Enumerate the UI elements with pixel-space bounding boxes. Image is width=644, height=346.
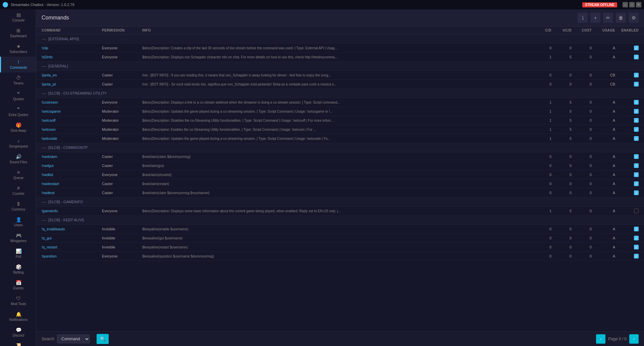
- search-label: Search: [42, 337, 54, 341]
- table-row[interactable]: !rwdgui Caster $rwdclaim(gui) 0 0 0 A ✓: [36, 161, 644, 170]
- command-enabled-checkbox[interactable]: ✓: [615, 100, 639, 105]
- table-row[interactable]: !setcogame Moderator $desc(Description: …: [36, 107, 644, 116]
- sidebar-item-betting[interactable]: 🎲 Betting: [0, 262, 36, 277]
- sidebar-item-queue[interactable]: ≡ Queue: [0, 167, 36, 183]
- command-usage: A: [592, 164, 615, 168]
- search-filter-select[interactable]: CommandResponsePermission: [57, 335, 90, 343]
- minimize-button[interactable]: —: [623, 2, 628, 7]
- table-row[interactable]: !setcooff Moderator $desc(Description: D…: [36, 116, 644, 125]
- table-row[interactable]: !q_restart Invisible $keepalive(restart …: [36, 243, 644, 252]
- command-enabled-checkbox[interactable]: ✓: [615, 73, 639, 77]
- sidebar-item-extra-quotes[interactable]: ❞ Extra Quotes: [0, 104, 36, 120]
- checkbox-checked: ✓: [634, 73, 639, 77]
- sidebar-item-notifications[interactable]: 🔔 Notifications: [0, 309, 36, 325]
- section--SLCB-COMMSONTP[interactable]: — [SLCB] - COMMSONTP: [36, 143, 644, 152]
- section--EXTERNAL-APIS-[interactable]: — [EXTERNAL APIS]: [36, 35, 644, 44]
- mod-tools-icon: 🛡: [16, 296, 21, 301]
- command-usage: A: [592, 173, 615, 177]
- sidebar-item-minigames[interactable]: 🎮 Minigames: [0, 230, 36, 246]
- col-info: INFO: [142, 28, 535, 32]
- next-page-button[interactable]: ›: [629, 334, 639, 344]
- command-enabled-checkbox[interactable]: ✓: [615, 118, 639, 123]
- section-name: [SLCB] - COMMSONTP: [48, 146, 88, 150]
- command-usage: A: [592, 236, 615, 240]
- table-row[interactable]: !d2info Everyone $desc(Description: Disp…: [36, 53, 644, 62]
- sidebar-item-counter[interactable]: # Counter: [0, 183, 36, 198]
- close-button[interactable]: ✕: [636, 2, 641, 7]
- page-info: Page 0 / 0: [608, 337, 627, 341]
- sidebar-item-users[interactable]: 👤 Users: [0, 214, 36, 230]
- section--SLCB-CO-STREAMING-UTILITY[interactable]: — [SLCB] - CO-STREAMING UTILITY: [36, 89, 644, 98]
- sidebar-item-poll[interactable]: 📊 Poll: [0, 246, 36, 262]
- sidebar-item-give-away[interactable]: 🎁 Give Away: [0, 120, 36, 135]
- table-row[interactable]: !janta_pt Caster /me : [BOT INFO] - Se v…: [36, 80, 644, 89]
- table-row[interactable]: !gameinfo Everyone $desc(Description: Di…: [36, 207, 644, 216]
- add-command-button[interactable]: +: [590, 13, 600, 23]
- table-row[interactable]: !question Everyone $keepalive(question $…: [36, 252, 644, 261]
- delete-command-button[interactable]: 🗑: [616, 13, 626, 23]
- col-usage: USAGE: [592, 28, 615, 32]
- command-permission: Moderator: [102, 109, 142, 113]
- section--GENERAL-[interactable]: — [GENERAL]: [36, 62, 644, 71]
- command-enabled-checkbox[interactable]: ✓: [615, 55, 639, 59]
- table-row[interactable]: !janta_en Caster /me : [BOT INFO] - If y…: [36, 71, 644, 80]
- command-enabled-checkbox[interactable]: ✓: [615, 245, 639, 249]
- command-enabled-checkbox[interactable]: ✓: [615, 190, 639, 195]
- command-name: !rwdclaim: [42, 155, 102, 159]
- table-row[interactable]: !q_enableauto Invisible $keepalive(enabl…: [36, 225, 644, 234]
- command-enabled-checkbox[interactable]: [615, 209, 639, 213]
- table-row[interactable]: !setcoon Moderator $desc(Description: En…: [36, 125, 644, 134]
- sidebar-item-discord[interactable]: 💬 Discord: [0, 325, 36, 340]
- command-enabled-checkbox[interactable]: ✓: [615, 181, 639, 186]
- sidebar-item-currency[interactable]: $ Currency: [0, 198, 36, 214]
- command-ucd: 0: [551, 155, 572, 159]
- command-name: !janta_pt: [42, 82, 102, 86]
- checkbox-checked: ✓: [634, 55, 639, 59]
- sidebar-item-commands[interactable]: ! Commands: [0, 57, 36, 72]
- search-button[interactable]: 🔍: [97, 334, 109, 344]
- import-button[interactable]: ⤵: [578, 13, 588, 23]
- command-enabled-checkbox[interactable]: ✓: [615, 127, 639, 132]
- section--SLCB-GAMEINFO[interactable]: — [SLCB] - GAMEINFO: [36, 197, 644, 207]
- sidebar-item-dashboard[interactable]: ⊞ Dashboard: [0, 25, 36, 41]
- sidebar-item-sound-files[interactable]: 🔊 Sound Files: [0, 151, 36, 167]
- sidebar-item-mod-tools[interactable]: 🛡 Mod Tools: [0, 293, 36, 309]
- minigames-icon: 🎮: [16, 233, 21, 238]
- sidebar-item-timers[interactable]: ⏱ Timers: [0, 72, 36, 88]
- edit-command-button[interactable]: ✏: [603, 13, 613, 23]
- command-enabled-checkbox[interactable]: ✓: [615, 109, 639, 114]
- table-row[interactable]: !costream Everyone $desc(Description: Di…: [36, 98, 644, 107]
- command-enabled-checkbox[interactable]: ✓: [615, 227, 639, 231]
- command-enabled-checkbox[interactable]: ✓: [615, 163, 639, 168]
- command-enabled-checkbox[interactable]: ✓: [615, 236, 639, 240]
- table-row[interactable]: !rwdlist Everyone $rwdclaim(showlist) 0 …: [36, 170, 644, 179]
- command-enabled-checkbox[interactable]: ✓: [615, 172, 639, 177]
- command-cd: 0: [535, 46, 551, 50]
- table-row[interactable]: !setcosite Moderator $desc(Description: …: [36, 134, 644, 143]
- command-enabled-checkbox[interactable]: ✓: [615, 46, 639, 50]
- prev-page-button[interactable]: ‹: [596, 334, 605, 344]
- command-enabled-checkbox[interactable]: ✓: [615, 136, 639, 141]
- sidebar-item-scripts[interactable]: 📜 Scripts: [0, 340, 36, 346]
- sidebar-item-events[interactable]: 📅 Events: [0, 277, 36, 293]
- table-row[interactable]: !rwdtest Caster $rwdclaim(claim $dummyor…: [36, 188, 644, 197]
- table-row[interactable]: !rwdrestart Caster $rwdclaim(restart) 0 …: [36, 179, 644, 188]
- command-enabled-checkbox[interactable]: ✓: [615, 254, 639, 258]
- sidebar-item-subscribers[interactable]: ★ Subscribers: [0, 41, 36, 57]
- table-row[interactable]: !rwdclaim Caster $rwdclaim(claim $dummyo…: [36, 152, 644, 161]
- table-row[interactable]: !clip Everyone $desc(Description: Create…: [36, 44, 644, 53]
- maximize-button[interactable]: □: [629, 2, 635, 7]
- command-settings-button[interactable]: ⚙: [629, 13, 639, 23]
- table-header: COMMAND PERMISSION INFO C/D UC/D COST US…: [36, 26, 644, 35]
- sidebar-item-console[interactable]: ▤ Console: [0, 9, 36, 25]
- section--SLCB-KEEP-ALIVE[interactable]: — [SLCB] - KEEP ALIVE: [36, 216, 644, 225]
- command-enabled-checkbox[interactable]: ✓: [615, 154, 639, 159]
- sidebar-item-songrequest[interactable]: ♪ Songrequest: [0, 135, 36, 151]
- sidebar-label-timers: Timers: [13, 81, 23, 85]
- table-row[interactable]: !q_gui Invisible $keepalive(gui $usernam…: [36, 234, 644, 243]
- command-enabled-checkbox[interactable]: ✓: [615, 82, 639, 86]
- command-cd: 1: [535, 55, 551, 59]
- command-permission: Moderator: [102, 127, 142, 131]
- sidebar-item-quotes[interactable]: ❝ Quotes: [0, 88, 36, 104]
- command-ucd: 0: [551, 82, 572, 86]
